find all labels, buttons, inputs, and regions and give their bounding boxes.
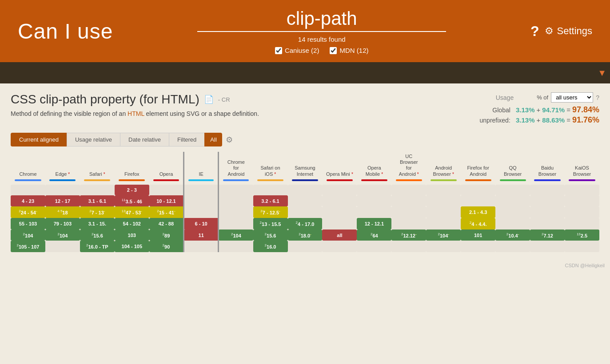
version-cell[interactable]: 10 - 12.1 [149, 195, 184, 207]
filter-caniuse-checkbox[interactable] [275, 47, 282, 54]
version-cell[interactable] [391, 195, 426, 207]
version-cell[interactable] [495, 241, 530, 252]
version-cell[interactable] [219, 195, 253, 207]
version-cell[interactable]: 210.4- [495, 229, 530, 241]
version-cell[interactable] [219, 206, 253, 218]
version-cell[interactable]: 42 - 88 [149, 218, 184, 229]
tab-all[interactable]: All [204, 133, 222, 146]
version-cell[interactable] [530, 218, 565, 229]
version-cell[interactable] [219, 185, 253, 195]
version-cell[interactable]: 103 [115, 229, 149, 241]
version-cell[interactable] [461, 241, 495, 252]
version-cell[interactable] [461, 185, 495, 195]
version-cell[interactable]: 2.1 - 4.3 [461, 206, 495, 218]
version-cell[interactable]: 224 - 54- [11, 206, 45, 218]
filter-caniuse[interactable]: Caniuse (2) [275, 47, 319, 54]
version-cell[interactable] [357, 195, 391, 207]
filter-mdn-checkbox[interactable] [330, 47, 337, 54]
version-cell[interactable] [495, 218, 530, 229]
version-cell[interactable] [45, 185, 80, 195]
version-cell[interactable] [11, 185, 45, 195]
version-cell[interactable] [357, 241, 391, 252]
version-cell[interactable] [530, 206, 565, 218]
version-cell[interactable]: 132.5 [565, 229, 599, 241]
version-cell[interactable] [253, 185, 288, 195]
version-cell[interactable] [426, 218, 461, 229]
version-cell[interactable] [530, 185, 565, 195]
version-cell[interactable] [184, 195, 219, 207]
help-icon[interactable]: ? [530, 23, 539, 40]
version-cell[interactable]: 24 - 17.0 [288, 218, 323, 229]
version-cell[interactable]: 2104 [45, 229, 80, 241]
version-cell[interactable] [322, 241, 357, 252]
version-cell[interactable] [322, 185, 357, 195]
version-cell[interactable]: 3.1 - 15. [80, 218, 115, 229]
version-cell[interactable]: 4 - 23 [11, 195, 45, 207]
version-cell[interactable] [391, 218, 426, 229]
version-cell[interactable] [184, 206, 219, 218]
version-cell[interactable]: 218.0- [288, 229, 323, 241]
tab-settings-icon[interactable]: ⚙ [222, 135, 236, 145]
version-cell[interactable] [357, 185, 391, 195]
version-cell[interactable] [495, 206, 530, 218]
version-cell[interactable]: 290 [149, 241, 184, 252]
version-cell[interactable]: 213 - 15.5 [253, 218, 288, 229]
version-cell[interactable]: 212.12- [391, 229, 426, 241]
version-cell[interactable]: 2105 - 107 [11, 241, 45, 252]
version-cell[interactable]: 12 - 12.1 [357, 218, 391, 229]
version-cell[interactable] [45, 241, 80, 252]
user-select[interactable]: all users [551, 92, 593, 103]
version-cell[interactable] [357, 206, 391, 218]
version-cell[interactable]: 216.0 - TP [80, 241, 115, 252]
version-cell[interactable]: 24 - 4.4. [461, 218, 495, 229]
version-cell[interactable]: 12 - 17 [45, 195, 80, 207]
version-cell[interactable] [565, 185, 599, 195]
version-cell[interactable]: 11 [184, 229, 219, 241]
version-cell[interactable]: 2104- [426, 229, 461, 241]
tab-current-aligned[interactable]: Current aligned [11, 133, 67, 146]
version-cell[interactable]: 3.1 - 6.1 [80, 195, 115, 207]
html-link[interactable]: HTML [128, 110, 144, 117]
version-cell[interactable]: 79 - 103 [45, 218, 80, 229]
version-cell[interactable] [288, 195, 323, 207]
version-cell[interactable] [426, 206, 461, 218]
version-cell[interactable]: 2104 [11, 229, 45, 241]
version-cell[interactable]: 215 - 41- [149, 206, 184, 218]
version-cell[interactable]: 55 - 103 [11, 218, 45, 229]
version-cell[interactable] [322, 218, 357, 229]
version-cell[interactable] [288, 241, 323, 252]
tab-usage-relative[interactable]: Usage relative [67, 133, 120, 146]
version-cell[interactable]: 1347 - 53- [115, 206, 149, 218]
version-cell[interactable] [322, 195, 357, 207]
version-cell[interactable]: 3.2 - 6.1 [253, 195, 288, 207]
version-cell[interactable]: 27 - 12.5- [253, 206, 288, 218]
version-cell[interactable]: 54 - 102 [115, 218, 149, 229]
usage-help-icon[interactable]: ? [596, 94, 599, 101]
version-cell[interactable]: 215.6 [253, 229, 288, 241]
version-cell[interactable]: 216.0 [253, 241, 288, 252]
version-cell[interactable] [288, 206, 323, 218]
version-cell[interactable] [495, 195, 530, 207]
version-cell[interactable] [461, 195, 495, 207]
version-cell[interactable]: 104 - 105 [115, 241, 149, 252]
version-cell[interactable] [530, 241, 565, 252]
version-cell[interactable] [184, 241, 219, 252]
version-cell[interactable] [391, 241, 426, 252]
tab-filtered[interactable]: Filtered [169, 133, 204, 146]
version-cell[interactable]: 2104 [219, 229, 253, 241]
version-cell[interactable]: 27.12 [530, 229, 565, 241]
version-cell[interactable]: 289 [149, 229, 184, 241]
version-cell[interactable] [565, 195, 599, 207]
version-cell[interactable]: 101 [461, 229, 495, 241]
version-cell[interactable] [530, 195, 565, 207]
version-cell[interactable]: 113.5 - 46 [115, 195, 149, 207]
version-cell[interactable] [219, 218, 253, 229]
version-cell[interactable]: 4 518 [45, 206, 80, 218]
version-cell[interactable] [565, 218, 599, 229]
filter-mdn[interactable]: MDN (12) [330, 47, 368, 54]
version-cell[interactable] [184, 185, 219, 195]
version-cell[interactable] [219, 241, 253, 252]
version-cell[interactable] [391, 185, 426, 195]
tab-date-relative[interactable]: Date relative [120, 133, 169, 146]
version-cell[interactable] [426, 241, 461, 252]
